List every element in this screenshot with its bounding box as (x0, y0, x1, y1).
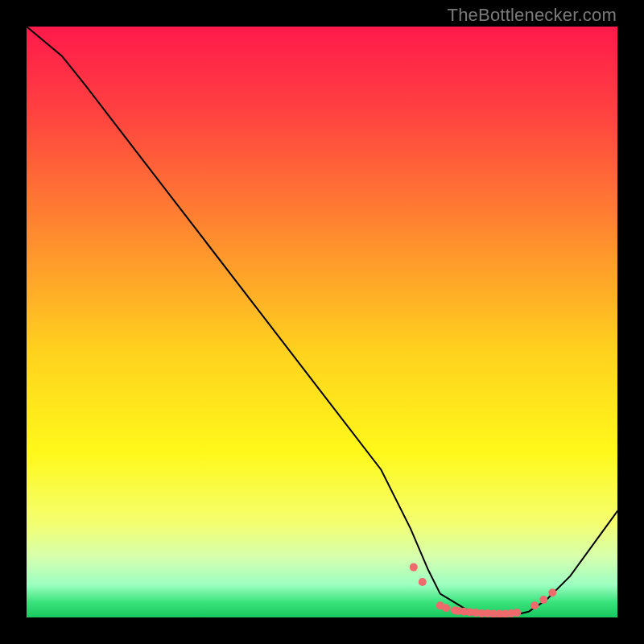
marker-dot (548, 588, 556, 597)
watermark-text: TheBottlenecker.com (448, 5, 617, 26)
marker-dot (419, 578, 427, 586)
marker-dot (513, 609, 521, 617)
gradient-background (27, 27, 617, 617)
marker-dot (539, 596, 547, 604)
marker-dot (530, 601, 539, 609)
chart-svg (27, 27, 617, 617)
marker-dot (410, 564, 418, 572)
chart-frame: TheBottlenecker.com (0, 0, 644, 644)
marker-dot (442, 604, 450, 612)
plot-area (27, 27, 617, 617)
